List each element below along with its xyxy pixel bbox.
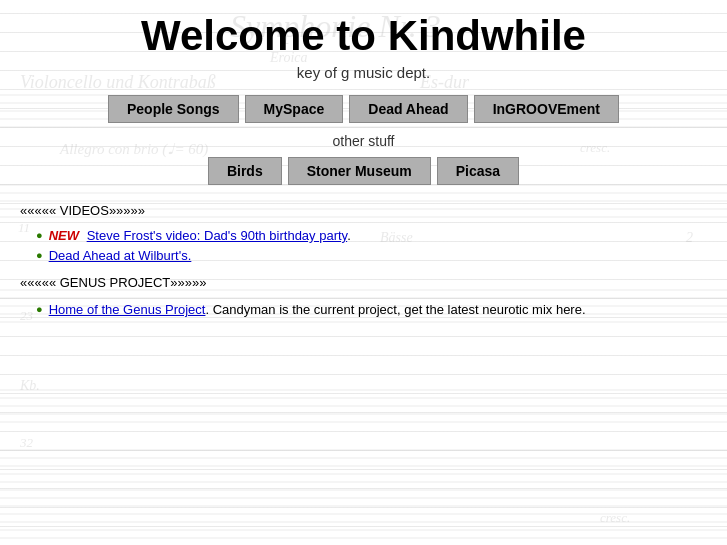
- genus-section-header: ««««« GENUS PROJECT»»»»»: [0, 275, 727, 290]
- link1-suffix: .: [347, 228, 351, 243]
- nav-birds[interactable]: Birds: [208, 157, 282, 185]
- main-content: Welcome to Kindwhile key of g music dept…: [0, 0, 727, 320]
- nav-people-songs[interactable]: People Songs: [108, 95, 239, 123]
- bullet-icon: ●: [36, 301, 43, 318]
- nav-ingroove[interactable]: InGROOVEment: [474, 95, 619, 123]
- nav-picasa[interactable]: Picasa: [437, 157, 519, 185]
- video-link-2[interactable]: Dead Ahead at Wilburt's.: [49, 248, 192, 263]
- nav-dead-ahead[interactable]: Dead Ahead: [349, 95, 467, 123]
- bullet-icon: ●: [36, 249, 43, 261]
- list-item: ● Dead Ahead at Wilburt's.: [36, 248, 727, 263]
- list-item: ● Home of the Genus Project. Candyman is…: [36, 300, 727, 320]
- bullet-icon: ●: [36, 229, 43, 241]
- list-item: ● NEW Steve Frost's video: Dad's 90th bi…: [36, 228, 727, 243]
- other-stuff-label: other stuff: [0, 133, 727, 149]
- page-title: Welcome to Kindwhile: [0, 12, 727, 60]
- videos-section-content: ● NEW Steve Frost's video: Dad's 90th bi…: [0, 228, 727, 263]
- main-nav: People Songs MySpace Dead Ahead InGROOVE…: [0, 95, 727, 123]
- genus-suffix: . Candyman is the current project, get t…: [205, 302, 585, 317]
- secondary-nav: Birds Stoner Museum Picasa: [0, 157, 727, 185]
- genus-section-content: ● Home of the Genus Project. Candyman is…: [0, 300, 727, 320]
- page-subtitle: key of g music dept.: [0, 64, 727, 81]
- videos-section-header: ««««« VIDEOS»»»»»: [0, 203, 727, 218]
- nav-stoner-museum[interactable]: Stoner Museum: [288, 157, 431, 185]
- nav-myspace[interactable]: MySpace: [245, 95, 344, 123]
- new-badge: NEW: [49, 228, 79, 243]
- video-link-1[interactable]: Steve Frost's video: Dad's 90th birthday…: [87, 228, 348, 243]
- genus-link[interactable]: Home of the Genus Project: [49, 302, 206, 317]
